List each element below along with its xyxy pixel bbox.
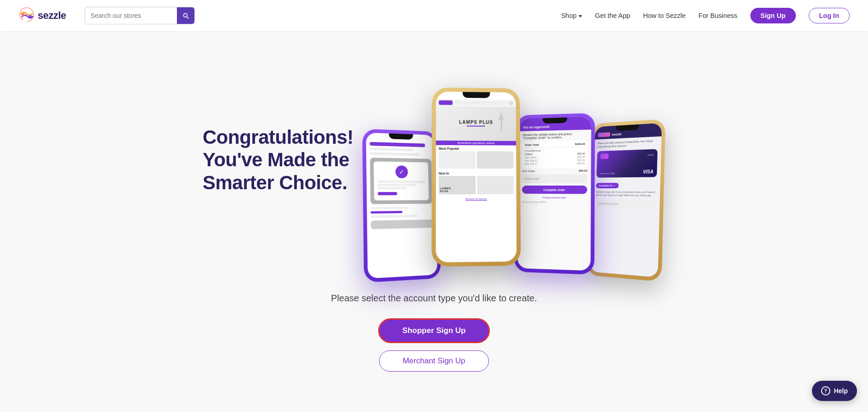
merchant-signup-button[interactable]: Merchant Sign Up [379,350,488,372]
search-area [85,7,195,24]
lower-section: Please select the account type you'd lik… [0,279,868,399]
svg-point-0 [22,13,24,16]
navbar: sezzle Shop Get the App How to Sezzle Fo… [0,0,868,31]
search-button[interactable] [177,7,194,24]
phone-1: ✓ [362,129,441,282]
hero-section: Congratulations! You've Made the Smarter… [0,31,868,279]
chevron-down-icon [579,15,582,17]
nav-shop[interactable]: Shop [561,12,582,19]
svg-point-1 [29,15,32,18]
nav-how-to[interactable]: How to Sezzle [643,12,686,19]
brand-name: sezzle [38,10,66,22]
logo[interactable]: sezzle [18,7,66,24]
search-input-wrap [85,7,195,24]
phone-2: LAMPS PLUS Schedule payment plans Mos [431,87,521,266]
phones-area: ✓ [363,54,665,265]
help-button[interactable]: ? Help [812,381,857,401]
nav-get-app[interactable]: Get the App [595,12,630,19]
phone-4: sezzle Place your order using your Sezzl… [586,119,666,282]
account-type-prompt: Please select the account type you'd lik… [18,293,850,304]
search-icon [182,12,189,19]
sezzle-logo-icon [18,7,35,24]
help-icon: ? [821,386,830,395]
login-button[interactable]: Log In [809,8,850,23]
nav-for-business[interactable]: For Business [698,12,738,19]
nav-links: Shop Get the App How to Sezzle For Busin… [561,8,850,23]
search-input[interactable] [85,12,177,19]
phone-3: You are approved! Review the details bel… [514,113,595,275]
hero-text: Congratulations! You've Made the Smarter… [203,126,353,194]
hero-title: Congratulations! You've Made the Smarter… [203,126,353,194]
signup-button[interactable]: Sign Up [750,8,796,23]
shopper-signup-button[interactable]: Shopper Sign Up [378,318,490,343]
